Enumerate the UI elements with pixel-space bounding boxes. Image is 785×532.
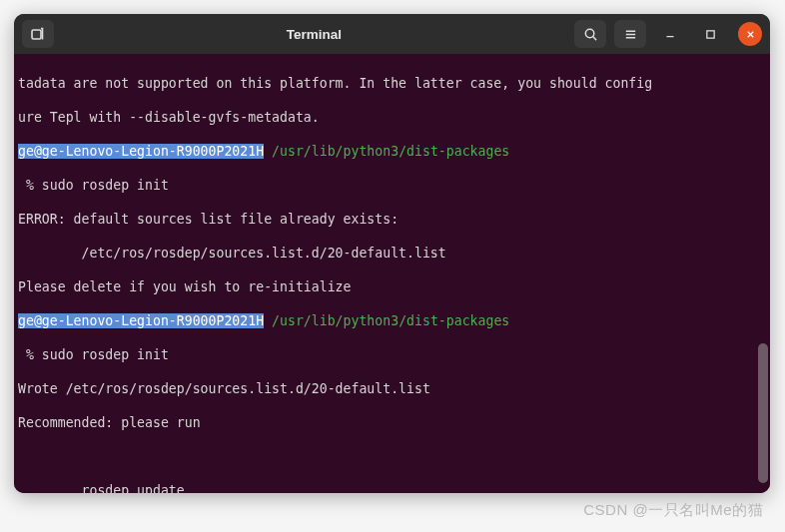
- prompt-symbol: %: [18, 178, 42, 193]
- output-line: /etc/ros/rosdep/sources.list.d/20-defaul…: [18, 245, 764, 262]
- terminal-window: Terminal tadata are not supp: [14, 14, 770, 493]
- output-line: Wrote /etc/ros/rosdep/sources.list.d/20-…: [18, 380, 764, 397]
- new-tab-button[interactable]: [22, 20, 54, 48]
- minimize-icon: [663, 27, 677, 41]
- prompt-host: ge@ge-Lenovo-Legion-R9000P2021H: [18, 313, 264, 328]
- prompt-host: ge@ge-Lenovo-Legion-R9000P2021H: [18, 144, 264, 159]
- window-title: Terminal: [62, 27, 566, 42]
- svg-point-1: [585, 29, 593, 37]
- search-button[interactable]: [574, 20, 606, 48]
- scrollbar-thumb[interactable]: [758, 343, 768, 483]
- output-line: rosdep update: [18, 482, 764, 493]
- titlebar: Terminal: [14, 14, 770, 54]
- close-icon: [745, 29, 756, 40]
- prompt-line: ge@ge-Lenovo-Legion-R9000P2021H /usr/lib…: [18, 143, 764, 160]
- output-line: ERROR: default sources list file already…: [18, 211, 764, 228]
- prompt-path: /usr/lib/python3/dist-packages: [272, 313, 509, 328]
- output-line: Recommended: please run: [18, 414, 764, 431]
- watermark: CSDN @一只名叫Me的猫: [583, 501, 763, 520]
- prompt-path: /usr/lib/python3/dist-packages: [272, 144, 509, 159]
- output-line: [18, 448, 764, 465]
- command-text: sudo rosdep init: [42, 347, 169, 362]
- terminal-output[interactable]: tadata are not supported on this platfor…: [14, 54, 770, 493]
- svg-rect-0: [32, 30, 41, 39]
- svg-rect-2: [706, 30, 713, 37]
- prompt-line: ge@ge-Lenovo-Legion-R9000P2021H /usr/lib…: [18, 312, 764, 329]
- hamburger-icon: [623, 27, 638, 42]
- new-tab-icon: [30, 26, 46, 42]
- command-text: sudo rosdep init: [42, 178, 169, 193]
- close-button[interactable]: [738, 22, 762, 46]
- output-line: ure Tepl with --disable-gvfs-metadata.: [18, 109, 764, 126]
- command-line: % sudo rosdep init: [18, 177, 764, 194]
- output-line: Please delete if you wish to re-initiali…: [18, 278, 764, 295]
- maximize-icon: [704, 28, 717, 41]
- command-line: % sudo rosdep init: [18, 346, 764, 363]
- search-icon: [583, 27, 598, 42]
- menu-button[interactable]: [614, 20, 646, 48]
- maximize-button[interactable]: [694, 20, 726, 48]
- prompt-symbol: %: [18, 347, 42, 362]
- output-line: tadata are not supported on this platfor…: [18, 75, 764, 92]
- minimize-button[interactable]: [654, 20, 686, 48]
